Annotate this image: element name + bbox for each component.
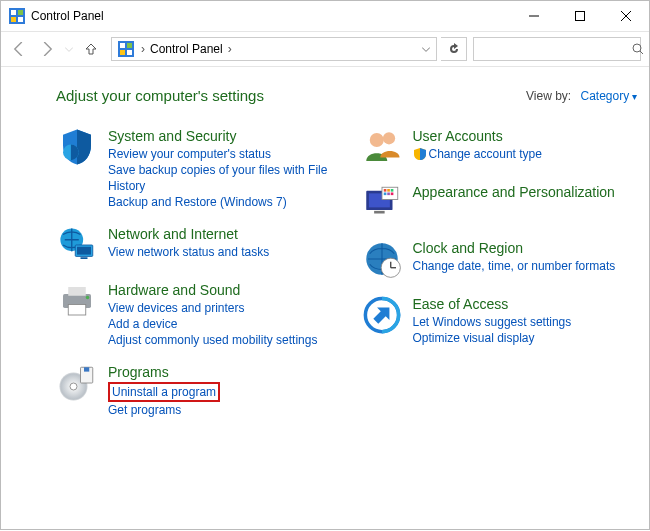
navbar: › Control Panel ›: [1, 31, 649, 67]
svg-rect-35: [383, 189, 386, 192]
svg-rect-29: [84, 367, 89, 371]
link-devices-printers[interactable]: View devices and printers: [108, 300, 333, 316]
shield-icon: [56, 126, 98, 168]
minimize-button[interactable]: [511, 1, 557, 31]
page-heading: Adjust your computer's settings: [56, 87, 526, 104]
category-hardware: Hardware and Sound View devices and prin…: [56, 280, 333, 348]
category-programs: Programs Uninstall a program Get program…: [56, 362, 333, 418]
svg-rect-41: [374, 211, 385, 214]
link-network-status[interactable]: View network status and tasks: [108, 244, 333, 260]
link-add-device[interactable]: Add a device: [108, 316, 333, 332]
svg-point-31: [382, 132, 394, 144]
appearance-icon: [361, 182, 403, 224]
search-box[interactable]: [473, 37, 641, 61]
control-panel-icon: [9, 8, 25, 24]
clock-globe-icon: [361, 238, 403, 280]
link-backup-restore[interactable]: Backup and Restore (Windows 7): [108, 194, 333, 210]
svg-rect-3: [11, 17, 16, 22]
svg-point-27: [70, 383, 77, 390]
link-uninstall-program[interactable]: Uninstall a program: [112, 385, 216, 399]
crumb-sep-icon[interactable]: ›: [225, 42, 235, 56]
svg-rect-39: [387, 193, 390, 196]
address-dropdown-icon[interactable]: [418, 42, 434, 56]
svg-rect-19: [77, 247, 91, 255]
network-icon: [56, 224, 98, 266]
svg-rect-12: [120, 50, 125, 55]
forward-button[interactable]: [33, 35, 61, 63]
link-suggest-settings[interactable]: Let Windows suggest settings: [413, 314, 638, 330]
address-bar[interactable]: › Control Panel ›: [111, 37, 437, 61]
svg-rect-10: [120, 43, 125, 48]
svg-rect-40: [390, 193, 393, 196]
svg-rect-20: [81, 257, 88, 259]
svg-point-30: [369, 133, 383, 147]
svg-rect-6: [576, 12, 585, 21]
link-review-status[interactable]: Review your computer's status: [108, 146, 333, 162]
category-users: User Accounts Change account type: [361, 126, 638, 168]
highlight-uninstall: Uninstall a program: [108, 382, 220, 402]
link-get-programs[interactable]: Get programs: [108, 402, 333, 418]
content: Adjust your computer's settings View by:…: [1, 67, 649, 529]
history-dropdown[interactable]: [61, 35, 77, 63]
view-by: View by: Category: [526, 89, 637, 103]
svg-point-14: [633, 44, 641, 52]
svg-rect-13: [127, 50, 132, 55]
category-name[interactable]: Clock and Region: [413, 240, 638, 256]
link-mobility[interactable]: Adjust commonly used mobility settings: [108, 332, 333, 348]
category-name[interactable]: Hardware and Sound: [108, 282, 333, 298]
category-name[interactable]: Appearance and Personalization: [413, 184, 638, 200]
category-system: System and Security Review your computer…: [56, 126, 333, 210]
link-change-account-type[interactable]: Change account type: [413, 146, 638, 162]
disc-icon: [56, 362, 98, 404]
svg-line-15: [640, 51, 643, 54]
control-panel-crumb-icon: [118, 41, 134, 57]
printer-icon: [56, 280, 98, 322]
category-clock: Clock and Region Change date, time, or n…: [361, 238, 638, 280]
svg-rect-22: [68, 287, 86, 296]
svg-rect-36: [387, 189, 390, 192]
crumb-sep-icon[interactable]: ›: [138, 42, 148, 56]
window-title: Control Panel: [31, 9, 511, 23]
category-name[interactable]: User Accounts: [413, 128, 638, 144]
svg-point-24: [86, 296, 90, 300]
category-name[interactable]: Network and Internet: [108, 226, 333, 242]
maximize-button[interactable]: [557, 1, 603, 31]
view-by-value[interactable]: Category: [581, 89, 637, 103]
svg-rect-37: [390, 189, 393, 192]
category-appearance: Appearance and Personalization: [361, 182, 638, 224]
category-name[interactable]: System and Security: [108, 128, 333, 144]
close-button[interactable]: [603, 1, 649, 31]
ease-icon: [361, 294, 403, 336]
svg-rect-23: [68, 305, 86, 316]
refresh-button[interactable]: [441, 37, 467, 61]
svg-rect-4: [18, 17, 23, 22]
category-ease: Ease of Access Let Windows suggest setti…: [361, 294, 638, 346]
category-name[interactable]: Programs: [108, 364, 333, 380]
svg-rect-1: [11, 10, 16, 15]
back-button[interactable]: [5, 35, 33, 63]
users-icon: [361, 126, 403, 168]
link-optimize-display[interactable]: Optimize visual display: [413, 330, 638, 346]
svg-rect-38: [383, 193, 386, 196]
category-name[interactable]: Ease of Access: [413, 296, 638, 312]
shield-mini-icon: [413, 147, 427, 161]
svg-rect-2: [18, 10, 23, 15]
titlebar: Control Panel: [1, 1, 649, 31]
search-icon[interactable]: [632, 43, 644, 55]
breadcrumb[interactable]: Control Panel: [148, 42, 225, 56]
column-left: System and Security Review your computer…: [56, 126, 333, 432]
window: Control Panel › Control Panel › Adjust y: [0, 0, 650, 530]
svg-rect-11: [127, 43, 132, 48]
category-network: Network and Internet View network status…: [56, 224, 333, 266]
column-right: User Accounts Change account type Appear…: [361, 126, 638, 432]
link-file-history[interactable]: Save backup copies of your files with Fi…: [108, 162, 333, 194]
view-by-label: View by:: [526, 89, 571, 103]
link-date-time-formats[interactable]: Change date, time, or number formats: [413, 258, 638, 274]
up-button[interactable]: [77, 35, 105, 63]
search-input[interactable]: [474, 42, 632, 56]
